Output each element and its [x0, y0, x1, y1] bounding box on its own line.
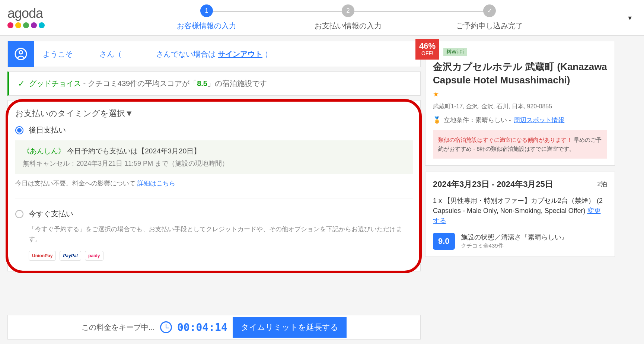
progress-stepper: 1 お客様情報の入力 2 お支払い情報の入力 ✓ ご予約申し込み完了: [60, 4, 637, 31]
welcome-close: ）: [265, 49, 272, 59]
wifi-badge: 料Wi-Fi: [443, 48, 467, 56]
extend-timer-button[interactable]: タイムリミットを延長する: [233, 317, 347, 338]
pay-now-desc: 「今すぐ予約する」をご選択の場合でも、お支払い手段としてクレジットカードや、その…: [29, 224, 413, 244]
good-choice-banner: ✓ グッドチョイス - クチコミ439件の平均スコアが「8.5」の宿泊施設です: [7, 71, 421, 96]
review-title: 施設の状態／清潔さ『素晴らしい』: [461, 233, 568, 242]
discount-badge: 46% OFF!: [415, 39, 439, 60]
header-menu-caret[interactable]: ▼: [627, 15, 633, 22]
header: agoda 1 お客様情報の入力 2 お支払い情報の入力 ✓ ご予約申し込み完了…: [0, 0, 644, 36]
award-icon: 🏅: [433, 116, 441, 124]
review-row: 9.0 施設の状態／清潔さ『素晴らしい』 クチコミ全439件: [433, 233, 607, 250]
pay-later-option[interactable]: 後日支払い: [15, 125, 413, 135]
countdown-bar: この料金をキープ中... 00:04:14 タイムリミットを延長する: [7, 315, 421, 340]
good-choice-label: グッドチョイス: [29, 79, 81, 87]
welcome-notyou: さんでない場合は: [156, 49, 216, 59]
payment-title: お支払いのタイミングを選択▼: [15, 108, 413, 119]
step-3: ✓ ご予約申し込み完了: [419, 4, 560, 31]
detail-link[interactable]: 詳細はこちら: [137, 180, 175, 187]
step-2: 2 お支払い情報の入力: [277, 4, 419, 31]
nearby-link[interactable]: 周辺スポット情報: [514, 116, 564, 124]
booking-card: 2024年3月23日 - 2024年3月25日 2泊 1 x 【男性専用・特別オ…: [425, 172, 615, 257]
pay-now-option[interactable]: 今すぐ支払い: [15, 209, 413, 219]
logo-text: agoda: [7, 7, 43, 20]
hotel-name: 金沢カプセルホテル 武蔵町 (Kanazawa Capsule Hotel Mu…: [433, 60, 607, 87]
unionpay-logo: UnionPay: [29, 251, 56, 261]
step-3-label: ご予約申し込み完了: [456, 21, 523, 31]
keep-price-text: この料金をキープ中...: [82, 322, 155, 332]
paypal-logo: PayPal: [60, 251, 81, 261]
discount-pct: 46%: [419, 42, 436, 51]
welcome-san: さん（: [99, 49, 122, 59]
pay-later-radio[interactable]: [15, 126, 23, 134]
hotel-card: 料Wi-Fi 金沢カプセルホテル 武蔵町 (Kanazawa Capsule H…: [425, 41, 615, 166]
pay-later-line2: 無料キャンセル：2024年3月21日 11:59 PM まで（施設の現地時間）: [23, 159, 405, 168]
logo[interactable]: agoda: [7, 7, 45, 28]
step-2-circle: 2: [342, 4, 354, 17]
pay-later-info: 《あんしん》 今日予約でも支払いは【2024年3月20日】 無料キャンセル：20…: [15, 140, 413, 174]
step-2-label: お支払い情報の入力: [315, 21, 382, 31]
right-column: 46% OFF! 料Wi-Fi 金沢カプセルホテル 武蔵町 (Kanazawa …: [425, 41, 615, 271]
welcome-bar: ようこそ さん（ さんでない場合は サインアウト ）: [7, 41, 421, 67]
clock-icon: [160, 321, 172, 333]
pay-now-radio[interactable]: [15, 210, 23, 218]
welcome-text: ようこそ さん（ さんでない場合は サインアウト ）: [34, 49, 272, 59]
good-choice-post: 」の宿泊施設です: [207, 79, 267, 87]
location-row: 🏅 立地条件：素晴らしい - 周辺スポット情報: [433, 116, 607, 124]
pay-later-line1: 今日予約でも支払いは【2024年3月20日】: [65, 147, 201, 155]
score-badge: 9.0: [433, 233, 455, 250]
pay-later-label: 後日支払い: [29, 125, 66, 135]
paidy-logo: paidy: [85, 251, 103, 261]
pay-now-label: 今すぐ支払い: [29, 209, 73, 219]
booking-dates: 2024年3月23日 - 2024年3月25日: [433, 179, 553, 190]
user-icon: [8, 41, 34, 67]
payment-timing-box: お支払いのタイミングを選択▼ 後日支払い 《あんしん》 今日予約でも支払いは【2…: [7, 100, 421, 271]
check-icon: ✓: [18, 79, 25, 89]
scarcity-alert: 類似の宿泊施設はすぐに満室になる傾向があります！ 早めのご予約がおすすめ - 8…: [433, 130, 607, 159]
room-line: 1 x 【男性専用・特別オファー】カプセル2台（禁煙） (2 Capsules …: [433, 196, 607, 226]
good-choice-score: 8.5: [197, 79, 207, 87]
hotel-address: 武蔵町1-17, 金沢, 金沢, 石川, 日本, 920-0855: [433, 103, 607, 111]
star-icon: ★: [433, 90, 607, 98]
alert-red-text: 類似の宿泊施設はすぐに満室になる傾向があります！: [438, 137, 572, 143]
step-1: 1 お客様情報の入力: [136, 4, 277, 31]
step-1-circle: 1: [200, 4, 213, 17]
payment-method-logos: UnionPay PayPal paidy: [29, 251, 413, 261]
divider: [15, 198, 413, 198]
left-column: ようこそ さん（ さんでない場合は サインアウト ） ✓ グッドチョイス - ク…: [7, 41, 421, 271]
pay-later-note: 今日は支払い不要。料金への影響について 詳細はこちら: [15, 179, 413, 188]
booking-nights: 2泊: [597, 180, 607, 188]
location-label: 立地条件：素晴らしい -: [444, 116, 511, 124]
good-choice-pre: クチコミ439件の平均スコアが「: [88, 79, 197, 87]
logo-dots: [7, 22, 45, 28]
signout-link[interactable]: サインアウト: [218, 49, 262, 59]
svg-point-1: [19, 51, 23, 54]
welcome-greeting: ようこそ: [43, 49, 73, 59]
discount-off: OFF!: [419, 51, 436, 56]
anshin-label: 《あんしん》: [23, 147, 65, 155]
step-1-label: お客様情報の入力: [177, 21, 236, 31]
countdown-timer: 00:04:14: [177, 321, 227, 334]
review-count: クチコミ全439件: [461, 242, 568, 249]
step-3-circle: ✓: [483, 4, 496, 17]
